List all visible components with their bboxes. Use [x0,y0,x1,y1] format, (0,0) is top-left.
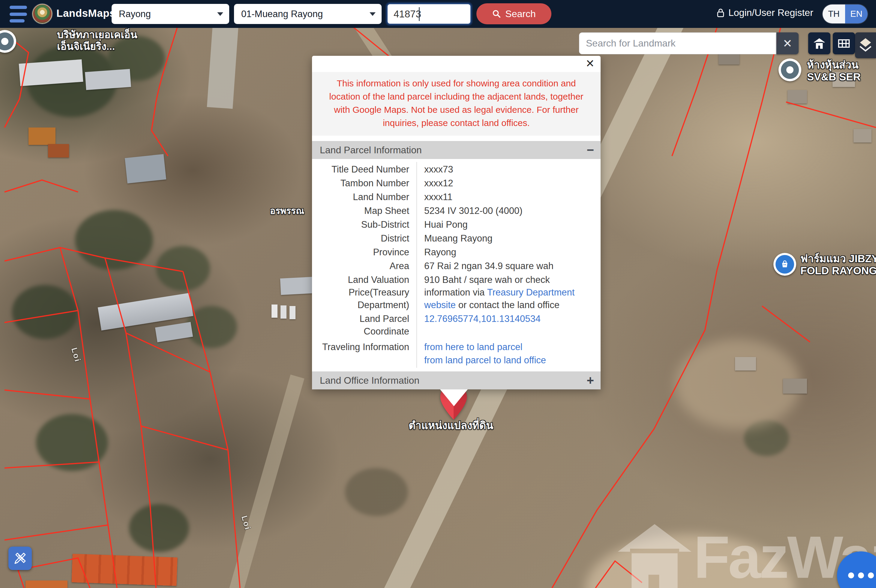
popup-pointer [440,389,468,406]
login-register-link[interactable]: Login/User Register [716,7,813,18]
table-row-coordinate: Land Parcel Coordinate 12.76965774,101.1… [312,312,601,338]
poi-dot-icon [1,38,8,45]
dot-icon [868,572,874,578]
table-row: Sub-DistrictHuai Pong [312,218,601,232]
land-parcel-popup: ✕ This information is only used for show… [312,56,601,389]
district-select[interactable]: 01-Mueang Rayong [234,4,382,24]
province-select[interactable]: Rayong [112,4,229,24]
pin-label: ตำแหน่งแปลงที่ดิน [409,419,493,431]
parcel-info-title: Land Parcel Information [320,145,422,156]
table-row: Land Numberxxxx11 [312,190,601,204]
search-icon [492,9,501,18]
chevron-down-icon [370,12,376,16]
land-office-section-header[interactable]: Land Office Information + [312,371,601,389]
lang-en-button[interactable]: EN [845,4,868,23]
disclaimer-text: This information is only used for showin… [312,72,601,136]
lang-th-button[interactable]: TH [823,4,845,23]
district-select-value: 01-Mueang Rayong [241,9,323,20]
popup-close-icon[interactable]: ✕ [586,58,595,69]
place-label: อรพรรณ [270,206,304,216]
land-office-title: Land Office Information [320,375,419,386]
lock-icon [716,8,725,18]
parcel-info-section-header[interactable]: Land Parcel Information − [312,141,601,159]
popup-header: ✕ [312,56,601,72]
shop-bag-icon [780,260,789,269]
poi-dot-icon [786,66,794,74]
ruler-pencil-icon [13,551,27,566]
dot-icon [858,572,864,578]
text-caret [419,7,420,21]
table-row: DistrictMueang Rayong [312,232,601,245]
table-divider [416,162,417,368]
poi-marker[interactable] [773,253,796,276]
table-row: Area67 Rai 2 ngan 34.9 square wah [312,259,601,273]
expand-icon[interactable]: + [586,374,594,387]
top-navigation-bar: LandsMaps Rayong 01-Mueang Rayong Search… [0,0,876,28]
search-button[interactable]: Search [476,3,551,24]
landmark-search-input[interactable] [579,32,776,54]
collapse-icon[interactable]: − [586,144,594,156]
province-select-value: Rayong [119,9,151,20]
poi-label-svb: ห้างหุ้นส่วน SV&B SER [807,59,861,83]
close-icon: ✕ [783,37,792,50]
landmark-clear-button[interactable]: ✕ [776,32,799,54]
table-row-valuation: Land Valuation Price(Treasury Department… [312,273,601,312]
table-row: Tambon Numberxxxx12 [312,176,601,190]
home-map-button[interactable] [808,32,830,54]
layers-icon [859,37,872,54]
dol-logo [32,4,52,24]
login-register-label: Login/User Register [728,7,813,18]
route-parcel-to-office-link[interactable]: from land parcel to land office [424,354,595,367]
dot-icon [848,572,854,578]
parcel-number-input[interactable] [386,3,472,25]
app-title: LandsMaps [56,7,116,19]
grid-map-button[interactable] [833,32,855,54]
poi-label-jibzy: ฟาร์มแมว JIBZY FOLD RAYONG [800,253,876,277]
fazwaz-house-icon [616,523,694,588]
table-row: ProvinceRayong [312,245,601,259]
menu-icon[interactable] [10,6,28,22]
poi-marker[interactable] [778,58,801,81]
search-button-label: Search [505,8,536,20]
route-here-to-parcel-link[interactable]: from here to land parcel [424,341,595,353]
chevron-down-icon [217,12,223,16]
coordinate-link[interactable]: 12.76965774,101.13140534 [424,314,541,324]
language-toggle: TH EN [823,4,868,23]
measure-tool-button[interactable] [8,547,32,570]
house-icon [813,37,826,50]
table-row-traveling: Traveling Information from here to land … [312,340,601,367]
parcel-info-table: Title Deed Numberxxxx73 Tambon Numberxxx… [312,159,601,371]
layers-button[interactable] [855,32,876,58]
poi-label-company: บริษัทภาเยอเคเอ็น เอ็นจิเนียริ่ง... [57,29,137,52]
table-row: Title Deed Numberxxxx73 [312,163,601,176]
table-row: Map Sheet5234 IV 3012-00 (4000) [312,204,601,218]
grid-icon [838,37,850,50]
